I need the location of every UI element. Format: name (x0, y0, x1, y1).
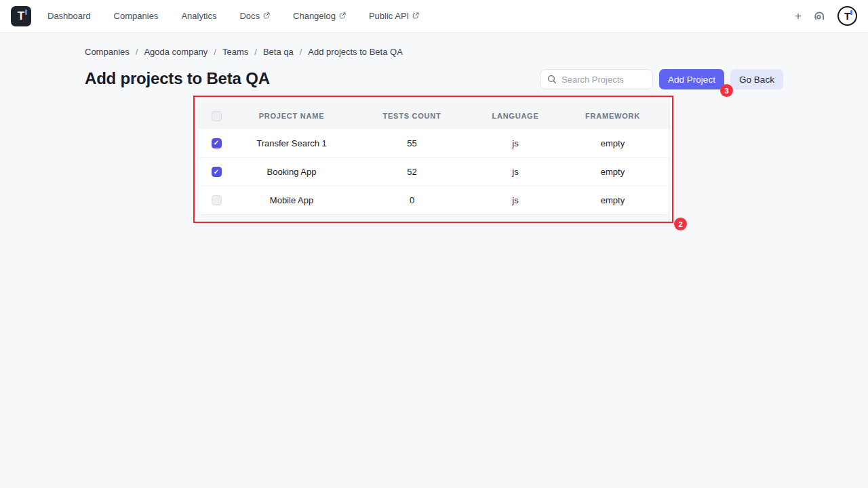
go-back-button[interactable]: Go Back (730, 69, 783, 89)
row-checkbox[interactable] (212, 167, 222, 177)
cell-framework: empty (556, 195, 669, 205)
row-checkbox-cell (199, 138, 234, 148)
nav-item-public-api[interactable]: Public API (369, 11, 419, 21)
search-projects-input[interactable] (561, 75, 646, 85)
cell-project-name: Booking App (234, 167, 349, 177)
row-checkbox-cell (199, 195, 234, 205)
avatar-accent-mark (850, 10, 852, 15)
top-navbar: T Dashboard Companies Analytics Docs Cha… (0, 0, 868, 33)
add-new-icon[interactable]: + (795, 10, 802, 22)
avatar-letter: T (844, 10, 850, 22)
nav-item-label: Analytics (181, 11, 216, 21)
row-checkbox[interactable] (212, 138, 222, 148)
nav-links: Dashboard Companies Analytics Docs Chang… (47, 11, 419, 21)
navbar-right-actions: + T (795, 6, 857, 26)
annotation-badge-2: 2 (674, 218, 687, 230)
column-header-project-name: PROJECT NAME (234, 112, 349, 120)
nav-item-companies[interactable]: Companies (114, 11, 159, 21)
whats-new-icon[interactable] (814, 10, 825, 22)
logo-accent-mark (25, 9, 27, 15)
search-icon (547, 75, 557, 84)
table-row[interactable]: Transfer Search 1 55 js empty (199, 129, 669, 157)
nav-item-label: Companies (114, 11, 159, 21)
header-checkbox-cell (199, 111, 234, 121)
cell-project-name: Transfer Search 1 (234, 138, 349, 148)
cell-framework: empty (556, 138, 669, 148)
breadcrumb-item-teams[interactable]: Teams (222, 47, 248, 57)
row-checkbox-cell (199, 167, 234, 177)
breadcrumb-separator: / (254, 47, 257, 57)
logo-letter: T (18, 9, 24, 23)
external-link-icon (339, 12, 346, 19)
table-row[interactable]: Mobile App 0 js empty (199, 186, 669, 214)
nav-item-label: Public API (369, 11, 409, 21)
nav-item-label: Docs (239, 11, 260, 21)
breadcrumb-separator: / (300, 47, 302, 57)
external-link-icon (412, 12, 419, 19)
breadcrumb-separator: / (214, 47, 216, 57)
cell-framework: empty (556, 167, 669, 177)
breadcrumb: Companies / Agoda company / Teams / Beta… (85, 47, 403, 57)
cell-language: js (475, 195, 556, 205)
breadcrumb-item-current: Add projects to Beta QA (308, 47, 402, 57)
column-header-tests-count: TESTS COUNT (349, 112, 475, 120)
cell-language: js (475, 167, 556, 177)
projects-table: PROJECT NAME TESTS COUNT LANGUAGE FRAMEW… (199, 103, 669, 214)
cell-project-name: Mobile App (234, 195, 349, 205)
cell-tests-count: 52 (349, 167, 475, 177)
nav-item-label: Dashboard (47, 11, 91, 21)
cell-tests-count: 55 (349, 138, 475, 148)
column-header-framework: FRAMEWORK (556, 112, 669, 120)
breadcrumb-separator: / (136, 47, 138, 57)
nav-item-label: Changelog (293, 11, 336, 21)
external-link-icon (263, 12, 270, 19)
breadcrumb-item-agoda-company[interactable]: Agoda company (144, 47, 208, 57)
add-project-button[interactable]: Add Project (659, 69, 724, 89)
cell-tests-count: 0 (349, 195, 475, 205)
row-checkbox[interactable] (212, 195, 222, 205)
select-all-checkbox[interactable] (212, 111, 222, 121)
column-header-language: LANGUAGE (475, 112, 556, 120)
page-title: Add projects to Beta QA (85, 69, 270, 88)
user-avatar[interactable]: T (837, 6, 857, 26)
nav-item-analytics[interactable]: Analytics (181, 11, 216, 21)
breadcrumb-item-beta-qa[interactable]: Beta qa (263, 47, 294, 57)
nav-item-docs[interactable]: Docs (239, 11, 270, 21)
search-projects-box (540, 69, 653, 89)
cell-language: js (475, 138, 556, 148)
nav-item-changelog[interactable]: Changelog (293, 11, 346, 21)
breadcrumb-item-companies[interactable]: Companies (85, 47, 130, 57)
table-row[interactable]: Booking App 52 js empty (199, 157, 669, 186)
app-logo[interactable]: T (11, 6, 31, 26)
table-header-row: PROJECT NAME TESTS COUNT LANGUAGE FRAMEW… (199, 103, 669, 129)
nav-item-dashboard[interactable]: Dashboard (47, 11, 91, 21)
